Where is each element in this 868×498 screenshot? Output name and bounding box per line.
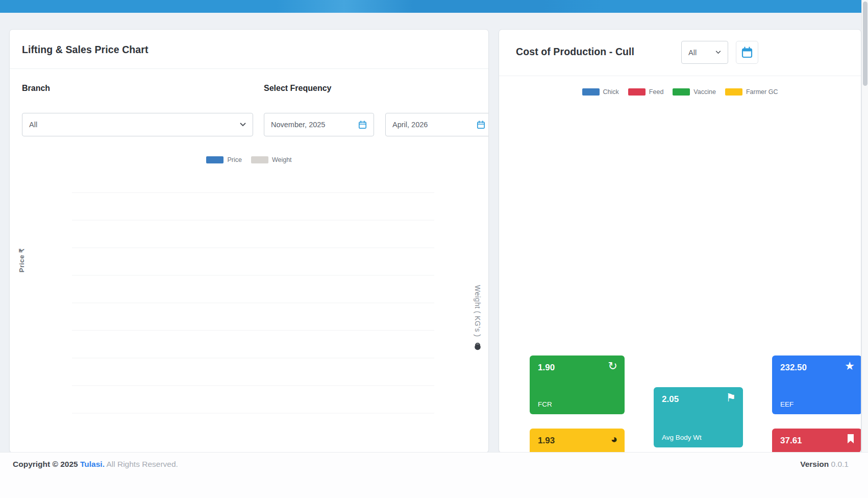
weight-icon (473, 341, 482, 350)
cop-calendar-button[interactable] (736, 41, 758, 64)
date-to-input[interactable]: April, 2026 (385, 113, 489, 136)
sync-icon: ↻ (608, 361, 617, 372)
select-frequency-label: Select Frequency (264, 84, 332, 93)
price-axis-title: Price ₹ (18, 248, 26, 272)
weight-axis-title: Weight ( KG's ) (473, 285, 482, 350)
chevron-down-icon (715, 51, 721, 54)
copyright-suffix: All Rights Reserved. (106, 460, 178, 468)
price-chart-legend[interactable]: Price Weight (10, 156, 488, 163)
page-footer: Copyright © 2025 Tulasi. All Rights Rese… (0, 452, 868, 498)
kpi-value: 232.50 (780, 363, 854, 373)
card-header-divider (10, 68, 488, 69)
kpi-card-fcr: 1.90 ↻ FCR (530, 355, 625, 414)
version-label: Version (800, 460, 829, 468)
cop-chart-legend[interactable]: Chick Feed Vaccine Farmer GC (499, 88, 861, 96)
card-header-divider (499, 76, 861, 76)
kpi-value: 1.93 (538, 436, 616, 446)
lifting-sales-price-title: Lifting & Sales Price Chart (22, 44, 148, 56)
cop-filter-value: All (688, 49, 711, 57)
kpi-label: EEF (780, 400, 793, 408)
version-value: 0.0.1 (831, 460, 849, 468)
top-navbar[interactable] (0, 0, 861, 13)
date-from-value: November, 2025 (271, 121, 354, 129)
legend-item-chick[interactable]: Chick (582, 88, 619, 96)
star-icon: ★ (845, 361, 855, 372)
brand-link[interactable]: Tulasi. (80, 460, 105, 468)
legend-label: Feed (649, 88, 664, 96)
kpi-value: 37.61 (780, 436, 854, 446)
branch-select[interactable]: All (22, 113, 253, 136)
calendar-icon (477, 121, 485, 129)
kpi-card-red: 37.61 (772, 429, 861, 453)
cop-filter-select[interactable]: All (681, 41, 728, 64)
kpi-card-yellow: 1.93 ◕ (530, 429, 625, 453)
chevron-down-icon (240, 123, 246, 127)
legend-item-feed[interactable]: Feed (628, 88, 664, 96)
kpi-label: Avg Body Wt (662, 434, 702, 441)
kpi-card-eef: 232.50 ★ EEF (772, 355, 861, 414)
calendar-icon (358, 121, 367, 129)
legend-label: Weight (272, 156, 292, 163)
farmer-gc-swatch (725, 88, 742, 96)
lifting-sales-price-card: Lifting & Sales Price Chart Branch All S… (9, 29, 489, 453)
cost-of-production-bar-chart[interactable] (499, 101, 861, 339)
legend-item-vaccine[interactable]: Vaccine (673, 88, 716, 96)
branch-label: Branch (22, 84, 50, 93)
legend-label: Price (227, 156, 241, 163)
legend-item-weight[interactable]: Weight (251, 156, 292, 163)
legend-label: Vaccine (693, 88, 716, 96)
cost-of-production-title: Cost of Production - Cull (516, 46, 634, 58)
kpi-label: FCR (538, 400, 552, 408)
legend-label: Chick (603, 88, 619, 96)
version-text: Version 0.0.1 (800, 460, 849, 469)
price-weight-area-chart[interactable] (10, 160, 489, 453)
date-from-input[interactable]: November, 2025 (264, 113, 374, 136)
legend-item-farmer-gc[interactable]: Farmer GC (725, 88, 778, 96)
kpi-value: 1.90 (538, 363, 616, 373)
copyright-prefix: Copyright © 2025 (13, 460, 78, 468)
kpi-card-avg-body-wt: 2.05 ⚑ Avg Body Wt (654, 387, 743, 447)
bookmark-icon (847, 434, 855, 446)
price-swatch (206, 156, 224, 163)
legend-label: Farmer GC (746, 88, 778, 96)
scrollbar-thumb[interactable] (863, 2, 867, 86)
pie-icon: ◕ (611, 434, 617, 445)
vaccine-swatch (673, 88, 690, 96)
feed-swatch (628, 88, 646, 96)
scrollbar-track[interactable] (861, 0, 868, 498)
kpi-value: 2.05 (662, 394, 735, 405)
cost-of-production-card: Cost of Production - Cull All Chick (499, 29, 861, 453)
weight-swatch (251, 156, 268, 163)
dashboard-page: Lifting & Sales Price Chart Branch All S… (0, 0, 868, 498)
copyright-text: Copyright © 2025 Tulasi. All Rights Rese… (13, 460, 178, 469)
date-to-value: April, 2026 (392, 121, 473, 129)
chick-swatch (582, 88, 600, 96)
calendar-icon (741, 46, 753, 59)
branch-select-value: All (29, 121, 236, 129)
legend-item-price[interactable]: Price (206, 156, 241, 163)
flag-icon: ⚑ (726, 392, 736, 404)
